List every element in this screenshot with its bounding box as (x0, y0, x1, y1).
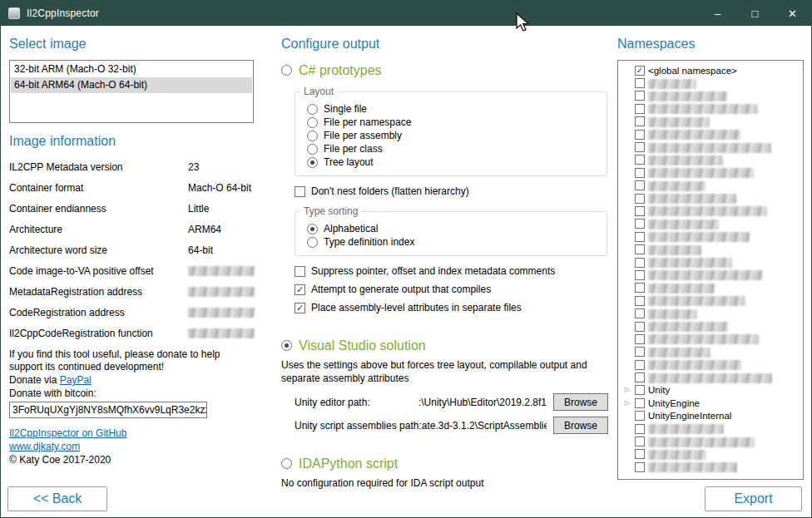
namespace-checkbox[interactable] (635, 232, 645, 242)
maximize-button[interactable]: □ (736, 1, 774, 26)
namespace-checkbox[interactable] (635, 91, 645, 101)
unity-editor-browse-button[interactable]: Browse (553, 393, 608, 411)
namespace-checkbox[interactable] (635, 398, 645, 408)
namespace-item[interactable] (623, 333, 801, 345)
expander-icon[interactable]: ▷ (623, 386, 631, 394)
namespace-checkbox[interactable] (635, 142, 645, 152)
namespace-checkbox[interactable] (635, 449, 645, 459)
namespace-item[interactable] (623, 294, 801, 307)
namespace-item[interactable] (623, 205, 801, 217)
idapython-radio[interactable]: IDAPython script (281, 456, 609, 471)
namespace-checkbox[interactable] (635, 180, 645, 190)
namespace-item[interactable] (623, 346, 801, 358)
namespace-item[interactable] (623, 116, 801, 128)
namespace-checkbox[interactable] (635, 258, 645, 268)
expander-icon[interactable]: ▷ (623, 399, 631, 407)
namespace-checkbox[interactable] (635, 411, 645, 421)
namespace-checkbox[interactable] (635, 360, 645, 370)
image-list-item[interactable]: 32-bit ARM (Mach-O 32-bit) (11, 62, 252, 77)
namespace-item[interactable] (623, 256, 801, 269)
namespace-item[interactable] (623, 320, 801, 333)
namespace-checkbox[interactable] (635, 104, 645, 114)
namespace-label-redacted (648, 437, 755, 447)
namespace-item[interactable]: UnityEngineInternal (623, 410, 801, 422)
paypal-link[interactable]: PayPal (60, 374, 92, 386)
unity-assemblies-browse-button[interactable]: Browse (553, 417, 608, 434)
namespace-checkbox[interactable] (635, 194, 645, 204)
radio-option[interactable]: Type definition index (307, 235, 598, 249)
namespace-item[interactable] (623, 102, 801, 115)
namespace-item[interactable] (623, 371, 801, 383)
left-panel: Select image 32-bit ARM (Mach-O 32-bit)6… (9, 26, 254, 466)
flatten-hierarchy-checkbox[interactable]: Don't nest folders (flatten hierarchy) (295, 185, 609, 198)
namespace-checkbox[interactable] (635, 308, 645, 318)
namespace-checkbox[interactable] (635, 155, 645, 165)
namespace-item[interactable] (623, 422, 801, 435)
namespace-checkbox[interactable] (635, 168, 645, 178)
radio-option[interactable]: File per class (307, 142, 598, 155)
namespace-item[interactable] (623, 435, 801, 447)
namespace-checkbox[interactable] (635, 334, 645, 344)
namespace-item[interactable] (623, 90, 801, 102)
radio-option[interactable]: File per namespace (307, 116, 598, 129)
namespace-label-redacted (648, 347, 710, 358)
namespace-checkbox[interactable] (635, 296, 645, 306)
namespace-item[interactable] (623, 76, 801, 89)
namespace-item[interactable] (623, 358, 801, 371)
namespace-item[interactable] (623, 282, 801, 294)
namespace-checkbox[interactable] (635, 322, 645, 332)
image-list[interactable]: 32-bit ARM (Mach-O 32-bit)64-bit ARM64 (… (9, 60, 254, 123)
namespace-item[interactable] (623, 192, 801, 205)
namespace-item[interactable]: ▷UnityEngine (623, 397, 801, 409)
namespace-checkbox[interactable] (635, 372, 645, 382)
namespace-item[interactable] (623, 243, 801, 255)
namespaces-heading: Namespaces (617, 37, 804, 52)
namespace-checkbox[interactable] (635, 283, 645, 293)
namespace-item[interactable] (623, 128, 801, 141)
separate-attributes-checkbox[interactable]: ✓ Place assembly-level attributes in sep… (295, 301, 609, 314)
bitcoin-address-input[interactable]: 3FoRUqUXgYj8NY8sMQfhX6vv9LqR3e2kzz (9, 402, 207, 418)
namespace-checkbox[interactable] (635, 462, 645, 472)
namespace-checkbox[interactable] (635, 270, 645, 280)
namespace-item[interactable]: ✓<global namespace> (623, 64, 801, 76)
namespace-item[interactable] (623, 166, 801, 179)
namespace-label-redacted (648, 372, 772, 383)
website-link[interactable]: www.djkaty.com (9, 441, 80, 452)
namespace-item[interactable] (623, 461, 801, 473)
minimize-button[interactable]: – (699, 1, 736, 26)
radio-option[interactable]: File per assembly (307, 129, 598, 142)
namespace-item[interactable] (623, 154, 801, 166)
namespace-item[interactable] (623, 141, 801, 153)
namespace-checkbox[interactable] (635, 219, 645, 229)
namespace-item[interactable] (623, 218, 801, 230)
namespace-item[interactable]: ▷Unity (623, 384, 801, 397)
namespace-list[interactable]: ✓<global namespace>▷Unity▷UnityEngineUni… (617, 60, 804, 480)
suppress-metadata-checkbox[interactable]: Suppress pointer, offset and index metad… (295, 264, 609, 278)
back-button[interactable]: << Back (7, 486, 107, 511)
namespace-item[interactable] (623, 307, 801, 319)
namespace-item[interactable] (623, 448, 801, 461)
namespace-checkbox[interactable] (635, 437, 645, 446)
namespace-checkbox[interactable] (635, 347, 645, 357)
radio-option[interactable]: Alphabetical (307, 222, 598, 235)
visual-studio-radio[interactable]: Visual Studio solution (281, 338, 609, 353)
radio-option[interactable]: Tree layout (307, 155, 598, 169)
namespace-checkbox[interactable] (635, 206, 645, 216)
close-button[interactable]: ✕ (774, 1, 811, 26)
image-list-item[interactable]: 64-bit ARM64 (Mach-O 64-bit) (11, 77, 252, 93)
namespace-item[interactable] (623, 269, 801, 281)
namespace-checkbox[interactable] (635, 78, 645, 88)
namespace-checkbox[interactable] (635, 244, 645, 254)
namespace-checkbox[interactable] (635, 424, 645, 434)
github-link[interactable]: Il2CppInspector on GitHub (9, 427, 126, 439)
export-button[interactable]: Export (705, 486, 802, 511)
namespace-checkbox[interactable] (635, 116, 645, 126)
namespace-checkbox[interactable] (635, 385, 645, 395)
compilable-output-checkbox[interactable]: ✓ Attempt to generate output that compil… (295, 283, 609, 296)
namespace-checkbox[interactable] (635, 130, 645, 140)
namespace-item[interactable] (623, 180, 801, 192)
csharp-prototypes-radio[interactable]: C# prototypes (281, 62, 609, 78)
namespace-item[interactable] (623, 230, 801, 243)
namespace-checkbox[interactable]: ✓ (635, 66, 645, 76)
radio-option[interactable]: Single file (307, 102, 598, 116)
